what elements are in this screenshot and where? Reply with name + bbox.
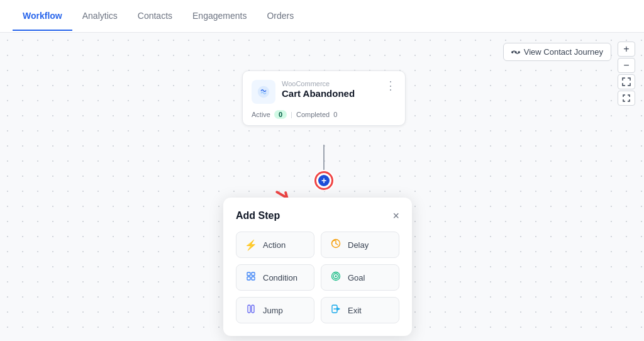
workflow-node-cart-abandoned: WooCommerce Cart Abandoned ⋮ Active 0 | … (242, 70, 406, 126)
tab-contacts[interactable]: Contacts (128, 2, 182, 31)
action-icon: ⚡ (244, 239, 258, 251)
active-count: 0 (274, 110, 287, 119)
tab-workflow[interactable]: Workflow (13, 2, 72, 31)
svg-rect-7 (252, 277, 255, 280)
jump-label: Jump (263, 306, 283, 315)
svg-rect-11 (248, 305, 250, 313)
zoom-out-button[interactable]: − (618, 58, 635, 73)
zoom-fit1-button[interactable] (618, 74, 635, 89)
svg-point-2 (518, 51, 519, 52)
svg-point-10 (335, 276, 337, 277)
exit-icon (329, 304, 343, 316)
plus-icon: + (318, 175, 330, 186)
expand-icon (622, 94, 631, 103)
action-label: Action (263, 240, 286, 250)
tab-orders[interactable]: Orders (257, 2, 304, 31)
node-stats: Active 0 | Completed 0 (252, 110, 396, 119)
step-options-grid: ⚡ Action Delay (236, 232, 399, 323)
tab-engagements[interactable]: Engagements (182, 2, 257, 31)
node-menu-button[interactable]: ⋮ (385, 80, 396, 91)
zoom-controls: + − (618, 42, 635, 106)
completed-label: Completed (296, 111, 330, 118)
svg-rect-6 (247, 277, 250, 280)
tab-analytics[interactable]: Analytics (72, 2, 128, 31)
delay-icon (329, 238, 343, 251)
zoom-in-button[interactable]: + (618, 42, 635, 57)
view-journey-label: View Contact Journey (524, 47, 603, 57)
active-label: Active (252, 111, 270, 118)
goal-label: Goal (348, 273, 365, 282)
svg-point-1 (515, 51, 516, 52)
add-step-trigger-button[interactable]: + (314, 171, 333, 190)
journey-icon (511, 48, 520, 57)
condition-label: Condition (263, 273, 297, 282)
step-condition-button[interactable]: Condition (236, 264, 314, 291)
modal-close-button[interactable]: × (392, 210, 399, 221)
fit-screen-icon (622, 77, 631, 86)
node-info: WooCommerce Cart Abandoned (282, 80, 385, 99)
step-action-button[interactable]: ⚡ Action (236, 232, 314, 258)
jump-icon (244, 304, 258, 316)
step-exit-button[interactable]: Exit (321, 297, 399, 323)
svg-point-0 (511, 51, 513, 52)
modal-title: Add Step (236, 210, 280, 221)
delay-label: Delay (348, 240, 369, 250)
exit-label: Exit (348, 306, 362, 315)
node-title: Cart Abandoned (282, 88, 385, 99)
add-step-modal: Add Step × ⚡ Action Delay (223, 198, 412, 336)
stat-separator: | (291, 111, 292, 118)
view-contact-journey-button[interactable]: View Contact Journey (503, 43, 611, 61)
condition-icon (244, 271, 258, 284)
svg-rect-5 (252, 272, 255, 276)
step-jump-button[interactable]: Jump (236, 297, 314, 323)
modal-header: Add Step × (236, 210, 399, 221)
svg-rect-12 (252, 305, 254, 313)
node-woocommerce-icon (252, 80, 275, 104)
step-delay-button[interactable]: Delay (321, 232, 399, 258)
node-subtitle: WooCommerce (282, 80, 385, 87)
goal-icon (329, 271, 343, 284)
workflow-canvas: View Contact Journey + − (0, 33, 644, 341)
zoom-fit2-button[interactable] (618, 91, 635, 106)
step-goal-button[interactable]: Goal (321, 264, 399, 291)
svg-rect-4 (247, 272, 250, 276)
nav-bar: Workflow Analytics Contacts Engagements … (0, 0, 644, 33)
completed-count: 0 (333, 111, 337, 118)
